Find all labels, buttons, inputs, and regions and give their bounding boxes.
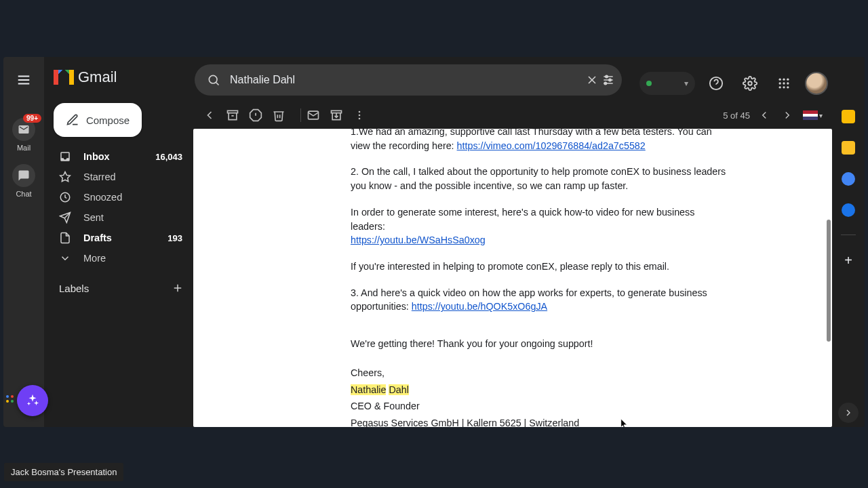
gmail-m-icon xyxy=(54,70,74,85)
sidebar-item-label: More xyxy=(83,253,106,264)
input-tools-button[interactable]: ▾ xyxy=(803,110,823,120)
search-bar[interactable] xyxy=(195,64,622,96)
sidebar-item-drafts[interactable]: Drafts 193 xyxy=(44,228,193,248)
search-options-button[interactable] xyxy=(600,73,616,87)
message-pager: 5 of 45 xyxy=(723,106,796,124)
add-label-button[interactable] xyxy=(172,282,184,294)
chevron-down-icon: ▾ xyxy=(819,112,823,119)
sidebar-item-sent[interactable]: Sent xyxy=(44,207,193,228)
google-apps-dots-icon xyxy=(6,395,14,403)
svg-line-10 xyxy=(216,83,219,85)
svg-point-30 xyxy=(787,86,789,88)
sidebar-item-starred[interactable]: Starred xyxy=(44,167,193,187)
scrollbar-thumb[interactable] xyxy=(827,220,831,342)
search-icon[interactable] xyxy=(205,73,222,87)
compose-button[interactable]: Compose xyxy=(54,103,142,137)
signature-cheers: Cheers, xyxy=(351,366,730,380)
signature-name-last: Dahl xyxy=(389,384,408,395)
file-icon xyxy=(59,232,71,244)
status-active-dot xyxy=(646,81,652,86)
svg-point-24 xyxy=(787,79,789,81)
rail-app-chat[interactable]: Chat xyxy=(3,164,44,198)
clear-search-button[interactable] xyxy=(584,73,600,87)
link-vimeo[interactable]: https://vimeo.com/1029676884/ad2a7c5582 xyxy=(457,140,646,151)
next-message-button[interactable] xyxy=(778,106,796,124)
sidebar-item-label: Starred xyxy=(83,171,116,182)
svg-point-21 xyxy=(748,81,752,85)
sidebar-item-label: Sent xyxy=(83,212,104,223)
chat-icon xyxy=(12,164,35,187)
star-icon xyxy=(59,171,71,183)
chevron-down-icon xyxy=(59,252,71,264)
search-input[interactable] xyxy=(222,74,584,86)
keep-addon[interactable] xyxy=(842,141,855,155)
prev-message-button[interactable] xyxy=(755,106,773,124)
folder-list: Inbox 16,043 Starred Snoozed xyxy=(44,146,193,268)
delete-button[interactable] xyxy=(272,108,295,122)
mark-unread-button[interactable] xyxy=(307,108,330,122)
svg-point-22 xyxy=(779,79,781,81)
contacts-addon[interactable] xyxy=(842,203,855,217)
body-text: We're getting there! Thank you for your … xyxy=(351,337,730,351)
sidebar-item-more[interactable]: More xyxy=(44,248,193,268)
calendar-addon[interactable] xyxy=(842,110,855,123)
svg-rect-31 xyxy=(228,110,238,113)
account-avatar[interactable] xyxy=(805,72,828,95)
right-side-panel: + xyxy=(832,57,865,427)
svg-point-16 xyxy=(609,79,611,81)
app-name: Gmail xyxy=(78,68,117,86)
get-addons-button[interactable]: + xyxy=(844,253,852,268)
support-button[interactable] xyxy=(703,70,729,96)
svg-point-14 xyxy=(606,75,608,77)
mail-unread-badge: 99+ xyxy=(23,114,41,123)
move-to-button[interactable] xyxy=(330,108,353,122)
sidebar: Gmail Compose Inbox 16,043 Starre xyxy=(44,57,193,427)
keyboard-icon xyxy=(803,110,818,120)
labels-header: Labels xyxy=(59,283,89,294)
svg-point-28 xyxy=(779,86,781,88)
sidebar-item-inbox[interactable]: Inbox 16,043 xyxy=(44,146,193,167)
back-button[interactable] xyxy=(203,108,226,122)
gmail-logo[interactable]: Gmail xyxy=(54,68,117,86)
sidebar-item-snoozed[interactable]: Snoozed xyxy=(44,187,193,207)
pager-text: 5 of 45 xyxy=(723,110,750,121)
hide-side-panel-button[interactable] xyxy=(838,403,859,423)
svg-point-29 xyxy=(783,86,785,88)
drafts-count: 193 xyxy=(167,233,188,243)
archive-button[interactable] xyxy=(226,108,249,122)
svg-point-9 xyxy=(209,75,217,83)
more-actions-button[interactable] xyxy=(353,108,376,122)
link-youtube-1[interactable]: https://youtu.be/WSaHsSa0xog xyxy=(351,235,486,245)
rail-app-mail[interactable]: 99+ Mail xyxy=(3,118,44,152)
tasks-addon[interactable] xyxy=(842,172,855,186)
svg-point-18 xyxy=(604,82,606,84)
send-icon xyxy=(59,211,71,224)
side-panel-divider xyxy=(841,235,856,235)
message-content: 1.We had an amazing, supportive call las… xyxy=(351,129,730,427)
top-right-controls: ▾ xyxy=(639,70,828,96)
message-body-panel: 1.We had an amazing, supportive call las… xyxy=(193,129,832,427)
svg-marker-3 xyxy=(60,172,71,182)
settings-button[interactable] xyxy=(737,70,763,96)
clock-icon xyxy=(59,191,71,203)
body-text: If you're interested in helping to promo… xyxy=(351,260,730,274)
report-spam-button[interactable] xyxy=(249,108,272,122)
status-selector[interactable]: ▾ xyxy=(639,72,695,95)
svg-point-27 xyxy=(787,82,789,84)
svg-rect-37 xyxy=(332,110,342,113)
signature-title: CEO & Founder xyxy=(351,399,730,413)
chevron-down-icon: ▾ xyxy=(684,79,688,88)
sidebar-item-label: Inbox xyxy=(83,151,110,162)
rail-chat-label: Chat xyxy=(16,190,31,198)
signature-name-first: Nathalie xyxy=(351,384,386,395)
svg-point-41 xyxy=(359,118,361,120)
sidebar-item-label: Drafts xyxy=(83,232,112,243)
main-panel: ▾ xyxy=(193,57,832,427)
body-text: 2. On the call, I talked about the oppor… xyxy=(351,165,730,192)
link-youtube-2[interactable]: https://youtu.be/hQOK5xO6gJA xyxy=(412,301,547,312)
presenter-caption: Jack Bosma's Presentation xyxy=(4,463,123,481)
labels-header-row: Labels xyxy=(44,268,193,294)
main-menu-button[interactable] xyxy=(9,65,39,95)
google-apps-button[interactable] xyxy=(771,70,797,96)
ai-assistant-button[interactable] xyxy=(17,385,48,416)
